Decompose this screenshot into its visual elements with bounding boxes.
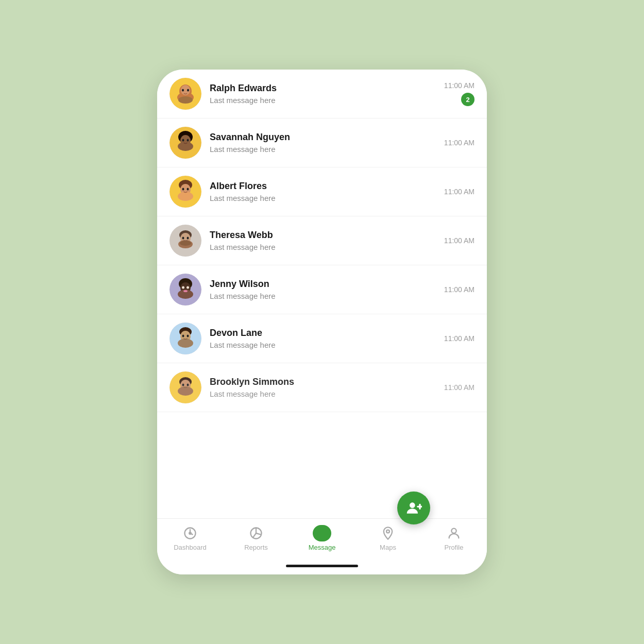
nav-item-profile[interactable]: Profile	[431, 525, 477, 551]
chat-meta-brooklyn-simmons: 11:00 AM	[444, 383, 474, 392]
svg-point-4	[182, 89, 184, 92]
chat-time-ralph-edwards: 11:00 AM	[444, 81, 474, 90]
bottom-nav: Dashboard Reports	[157, 518, 487, 561]
chat-preview-theresa-webb: Last message here	[210, 243, 444, 251]
nav-item-maps[interactable]: Maps	[365, 525, 411, 551]
chat-meta-albert-flores: 11:00 AM	[444, 188, 474, 196]
svg-point-25	[180, 241, 191, 246]
chat-time-jenny-wilson: 11:00 AM	[444, 285, 474, 294]
chat-item-ralph-edwards[interactable]: Ralph EdwardsLast message here11:00 AM2	[157, 70, 487, 118]
home-indicator	[157, 561, 487, 574]
chat-meta-ralph-edwards: 11:00 AM2	[444, 81, 474, 106]
chat-item-brooklyn-simmons[interactable]: Brooklyn SimmonsLast message here11:00 A…	[157, 363, 487, 412]
svg-point-16	[178, 192, 193, 201]
chat-name-brooklyn-simmons: Brooklyn Simmons	[210, 377, 444, 387]
chat-item-devon-lane[interactable]: Devon LaneLast message here11:00 AM	[157, 314, 487, 363]
profile-icon	[446, 525, 462, 541]
chat-info-theresa-webb: Theresa WebbLast message here	[210, 230, 444, 251]
chat-time-theresa-webb: 11:00 AM	[444, 236, 474, 245]
chat-info-albert-flores: Albert FloresLast message here	[210, 181, 444, 202]
chat-name-albert-flores: Albert Flores	[210, 181, 444, 192]
nav-item-reports[interactable]: Reports	[233, 525, 279, 551]
svg-point-18	[187, 188, 189, 191]
svg-point-10	[178, 142, 193, 151]
svg-point-12	[187, 139, 189, 142]
chat-time-devon-lane: 11:00 AM	[444, 334, 474, 343]
avatar-ralph-edwards	[170, 78, 201, 110]
svg-point-17	[182, 188, 184, 191]
svg-point-6	[178, 96, 193, 104]
chat-preview-savannah-nguyen: Last message here	[210, 145, 444, 154]
svg-point-45	[410, 502, 415, 508]
chat-badge-ralph-edwards: 2	[461, 93, 474, 106]
avatar-albert-flores	[170, 176, 201, 208]
svg-point-37	[182, 335, 184, 337]
add-contact-fab[interactable]	[397, 492, 430, 524]
chat-time-savannah-nguyen: 11:00 AM	[444, 139, 474, 147]
nav-label-reports: Reports	[244, 544, 268, 551]
reports-icon	[248, 525, 264, 541]
chat-list: Ralph EdwardsLast message here11:00 AM2 …	[157, 70, 487, 518]
nav-label-maps: Maps	[380, 544, 396, 551]
chat-preview-devon-lane: Last message here	[210, 341, 444, 349]
chat-meta-theresa-webb: 11:00 AM	[444, 236, 474, 245]
chat-item-jenny-wilson[interactable]: Jenny WilsonLast message here11:00 AM	[157, 265, 487, 314]
chat-meta-devon-lane: 11:00 AM	[444, 334, 474, 343]
svg-point-43	[182, 384, 184, 386]
svg-point-36	[178, 338, 193, 348]
chat-info-savannah-nguyen: Savannah NguyenLast message here	[210, 132, 444, 154]
svg-point-11	[182, 139, 184, 142]
dashboard-icon	[182, 525, 198, 541]
chat-meta-savannah-nguyen: 11:00 AM	[444, 139, 474, 147]
nav-item-dashboard[interactable]: Dashboard	[167, 525, 213, 551]
svg-point-32	[183, 290, 188, 292]
chat-info-jenny-wilson: Jenny WilsonLast message here	[210, 279, 444, 300]
maps-icon	[380, 525, 396, 541]
chat-preview-albert-flores: Last message here	[210, 194, 444, 202]
chat-name-jenny-wilson: Jenny Wilson	[210, 279, 444, 290]
chat-preview-jenny-wilson: Last message here	[210, 292, 444, 300]
chat-info-devon-lane: Devon LaneLast message here	[210, 328, 444, 349]
avatar-devon-lane	[170, 323, 201, 354]
home-bar	[286, 565, 358, 567]
chat-info-brooklyn-simmons: Brooklyn SimmonsLast message here	[210, 377, 444, 398]
chat-name-theresa-webb: Theresa Webb	[210, 230, 444, 241]
svg-point-38	[187, 335, 189, 337]
svg-point-24	[187, 237, 189, 240]
chat-name-ralph-edwards: Ralph Edwards	[210, 83, 444, 94]
svg-point-31	[187, 286, 189, 289]
svg-point-49	[189, 532, 191, 534]
nav-label-profile: Profile	[445, 544, 464, 551]
chat-preview-brooklyn-simmons: Last message here	[210, 389, 444, 398]
svg-point-44	[187, 384, 189, 386]
nav-label-message: Message	[309, 544, 336, 551]
chat-time-albert-flores: 11:00 AM	[444, 188, 474, 196]
phone-container: Ralph EdwardsLast message here11:00 AM2 …	[157, 70, 487, 574]
chat-name-savannah-nguyen: Savannah Nguyen	[210, 132, 444, 143]
avatar-theresa-webb	[170, 225, 201, 257]
svg-point-56	[451, 529, 456, 533]
chat-time-brooklyn-simmons: 11:00 AM	[444, 383, 474, 392]
avatar-jenny-wilson	[170, 274, 201, 306]
svg-point-23	[182, 237, 184, 240]
svg-point-55	[386, 530, 389, 533]
chat-item-albert-flores[interactable]: Albert FloresLast message here11:00 AM	[157, 167, 487, 216]
chat-item-savannah-nguyen[interactable]: Savannah NguyenLast message here11:00 AM	[157, 118, 487, 167]
svg-point-5	[187, 89, 189, 92]
chat-item-theresa-webb[interactable]: Theresa WebbLast message here11:00 AM	[157, 216, 487, 265]
nav-label-dashboard: Dashboard	[174, 544, 207, 551]
avatar-savannah-nguyen	[170, 127, 201, 159]
message-icon	[313, 525, 331, 541]
nav-item-message[interactable]: Message	[299, 525, 345, 551]
chat-preview-ralph-edwards: Last message here	[210, 96, 444, 105]
chat-info-ralph-edwards: Ralph EdwardsLast message here	[210, 83, 444, 105]
avatar-brooklyn-simmons	[170, 371, 201, 403]
chat-meta-jenny-wilson: 11:00 AM	[444, 285, 474, 294]
svg-point-30	[182, 286, 184, 289]
chat-name-devon-lane: Devon Lane	[210, 328, 444, 338]
